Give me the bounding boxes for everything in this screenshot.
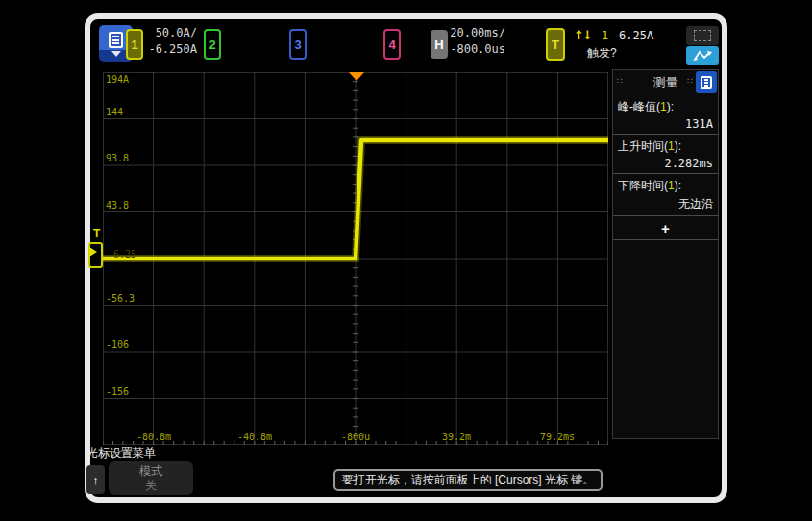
y-axis-label: -56.3 [106,293,135,304]
y-axis-label: 144 [106,107,123,117]
up-arrow-icon: ↑ [92,473,99,487]
y-axis-label: 93.8 [106,153,129,163]
grip-dots-icon: ∷ [687,76,693,86]
waveform-display-area[interactable] [103,72,608,445]
grip-dots-icon: ∷ [617,76,623,86]
y-axis-label-center: -6.25 [108,249,136,260]
timebase-value: 20.00ms/ [450,25,505,41]
trigger-level-marker[interactable]: T [93,227,100,240]
channel-2-button[interactable]: 2 [204,29,221,60]
channel-1-scale: 50.0A/ [144,25,197,41]
measurement-item[interactable]: 下降时间(1): 无边沿 [613,174,718,216]
y-axis-label: -156 [106,386,129,397]
chevron-down-icon [111,51,121,57]
cursor-hint-message: 要打开光标，请按前面板上的 [Cursors] 光标 键。 [333,469,603,491]
grid-and-trace-canvas [103,72,608,445]
trigger-button[interactable]: T [546,28,565,61]
cursor-mode-softkey[interactable]: 模式 关 [109,461,193,495]
measurements-panel-header[interactable]: ∷ 测量 ∷ [613,70,718,95]
channel-3-button[interactable]: 3 [289,29,307,60]
measurement-value: 131A [618,117,713,131]
measurement-value: 2.282ms [618,157,713,170]
trigger-source: 1 [602,29,608,42]
y-axis-label: 194A [106,74,129,85]
horizontal-button[interactable]: H [431,30,448,59]
measurements-panel: ∷ 测量 ∷ 峰-峰值(1): 131A 上升时间(1): 2.282ms 下降… [612,69,719,439]
trigger-slope-icon: ↑↓ [574,28,591,42]
measurement-item[interactable]: 峰-峰值(1): 131A [613,95,718,135]
menu-list-icon [109,32,123,48]
y-axis-label: -106 [106,339,129,350]
y-axis-label: 43.8 [106,200,129,211]
x-axis-label: -40.8m [221,432,288,519]
zoom-region-button[interactable] [686,26,719,45]
horizontal-readout: 20.00ms/ -800.0us [450,25,505,58]
right-arrow-icon [89,247,97,257]
channel-4-button[interactable]: 4 [383,29,401,60]
channel-1-readout: 50.0A/ -6.250A [144,25,197,58]
trigger-status: 触发? [587,45,617,62]
menu-list-icon [701,76,712,89]
measurement-item[interactable]: 上升时间(1): 2.282ms [613,135,718,174]
channel-1-button[interactable]: 1 [126,29,143,60]
measurements-title: 测量 [653,74,678,91]
add-measurement-button[interactable]: + [613,216,718,240]
selection-rectangle-icon [694,30,711,41]
channel-1-offset: -6.250A [144,41,197,58]
oscilloscope-screen: 1 50.0A/ -6.250A 2 3 4 H 20.00ms/ -800.0… [0,0,812,521]
channel-1-offset-marker[interactable] [88,242,103,268]
trigger-level-value: 6.25A [619,29,653,42]
panel-menu-button[interactable] [696,71,717,93]
softkey-menu-title: 光标设置菜单 [86,445,156,461]
waveform-arrow-icon [692,49,713,62]
menu-back-button[interactable]: ↑ [86,465,105,494]
draw-waveform-button[interactable] [686,46,719,65]
measurement-value: 无边沿 [618,196,713,212]
time-reference-marker-icon[interactable] [349,72,364,81]
delay-value: -800.0us [450,41,505,58]
